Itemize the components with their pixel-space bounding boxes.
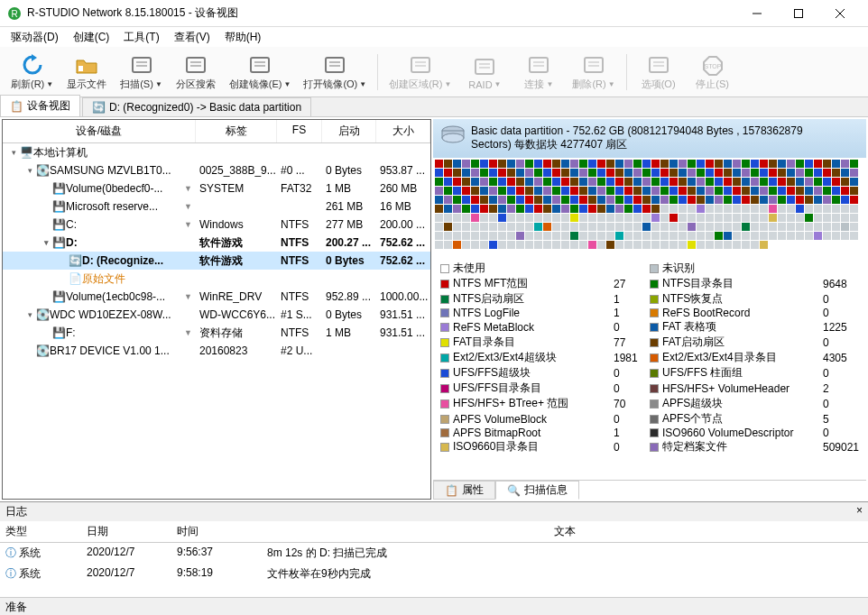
map-cell[interactable] bbox=[480, 241, 488, 249]
map-cell[interactable] bbox=[588, 169, 596, 177]
map-cell[interactable] bbox=[624, 169, 633, 177]
map-cell[interactable] bbox=[435, 178, 443, 186]
map-cell[interactable] bbox=[769, 178, 777, 186]
map-cell[interactable] bbox=[624, 214, 633, 222]
map-cell[interactable] bbox=[715, 178, 723, 186]
map-cell[interactable] bbox=[814, 187, 822, 195]
map-cell[interactable] bbox=[760, 169, 768, 177]
map-cell[interactable] bbox=[751, 214, 759, 222]
map-cell[interactable] bbox=[480, 187, 488, 195]
map-cell[interactable] bbox=[733, 178, 741, 186]
map-cell[interactable] bbox=[471, 223, 479, 231]
map-cell[interactable] bbox=[570, 196, 578, 204]
map-cell[interactable] bbox=[688, 232, 696, 240]
map-cell[interactable] bbox=[633, 205, 642, 213]
map-cell[interactable] bbox=[498, 223, 506, 231]
tree-row[interactable]: ▾🖥️本地计算机 bbox=[3, 143, 430, 161]
map-cell[interactable] bbox=[769, 160, 777, 168]
map-cell[interactable] bbox=[588, 214, 596, 222]
device-tree[interactable]: ▾🖥️本地计算机▾💽SAMSUNG MZVLB1T0...0025_388B_9… bbox=[3, 143, 430, 499]
map-cell[interactable] bbox=[507, 160, 515, 168]
map-cell[interactable] bbox=[444, 205, 452, 213]
doc-tab[interactable]: 🔄D: (Recognized0) -> Basic data partitio… bbox=[82, 97, 311, 116]
map-cell[interactable] bbox=[543, 187, 551, 195]
map-cell[interactable] bbox=[660, 205, 669, 213]
map-cell[interactable] bbox=[633, 241, 642, 249]
map-cell[interactable] bbox=[516, 214, 524, 222]
map-cell[interactable] bbox=[435, 160, 443, 168]
map-cell[interactable] bbox=[805, 196, 813, 204]
map-cell[interactable] bbox=[679, 214, 687, 222]
map-cell[interactable] bbox=[480, 205, 488, 213]
map-cell[interactable] bbox=[724, 187, 732, 195]
map-cell[interactable] bbox=[498, 241, 506, 249]
map-cell[interactable] bbox=[462, 214, 470, 222]
map-cell[interactable] bbox=[715, 187, 723, 195]
map-cell[interactable] bbox=[841, 223, 849, 231]
map-cell[interactable] bbox=[471, 187, 479, 195]
map-cell[interactable] bbox=[660, 160, 669, 168]
map-cell[interactable] bbox=[462, 205, 470, 213]
map-cell[interactable] bbox=[823, 187, 831, 195]
map-cell[interactable] bbox=[669, 232, 678, 240]
map-cell[interactable] bbox=[597, 187, 605, 195]
map-cell[interactable] bbox=[624, 241, 633, 249]
tree-row[interactable]: ▾💽WDC WD10EZEX-08W...WD-WCC6Y6...#1 S...… bbox=[3, 306, 430, 324]
map-cell[interactable] bbox=[733, 187, 741, 195]
map-cell[interactable] bbox=[480, 223, 488, 231]
map-cell[interactable] bbox=[660, 196, 669, 204]
map-cell[interactable] bbox=[480, 169, 488, 177]
map-cell[interactable] bbox=[480, 196, 488, 204]
map-cell[interactable] bbox=[778, 232, 786, 240]
map-cell[interactable] bbox=[453, 187, 461, 195]
map-cell[interactable] bbox=[769, 169, 777, 177]
map-cell[interactable] bbox=[615, 187, 623, 195]
map-cell[interactable] bbox=[688, 205, 696, 213]
map-cell[interactable] bbox=[733, 205, 741, 213]
map-cell[interactable] bbox=[615, 160, 623, 168]
map-cell[interactable] bbox=[471, 169, 479, 177]
map-cell[interactable] bbox=[633, 196, 642, 204]
map-cell[interactable] bbox=[543, 241, 551, 249]
map-cell[interactable] bbox=[570, 169, 578, 177]
map-cell[interactable] bbox=[534, 205, 542, 213]
map-cell[interactable] bbox=[588, 205, 596, 213]
map-cell[interactable] bbox=[787, 232, 795, 240]
map-cell[interactable] bbox=[688, 178, 696, 186]
map-cell[interactable] bbox=[778, 196, 786, 204]
map-cell[interactable] bbox=[615, 169, 623, 177]
map-cell[interactable] bbox=[615, 178, 623, 186]
col-fs[interactable]: FS bbox=[277, 120, 322, 142]
map-cell[interactable] bbox=[453, 232, 461, 240]
map-cell[interactable] bbox=[507, 196, 515, 204]
map-cell[interactable] bbox=[489, 205, 497, 213]
map-cell[interactable] bbox=[534, 223, 542, 231]
map-cell[interactable] bbox=[778, 214, 786, 222]
map-cell[interactable] bbox=[444, 178, 452, 186]
map-cell[interactable] bbox=[543, 223, 551, 231]
map-cell[interactable] bbox=[823, 205, 831, 213]
map-cell[interactable] bbox=[796, 178, 804, 186]
map-cell[interactable] bbox=[444, 187, 452, 195]
map-cell[interactable] bbox=[823, 223, 831, 231]
map-cell[interactable] bbox=[760, 187, 768, 195]
map-cell[interactable] bbox=[597, 178, 605, 186]
map-cell[interactable] bbox=[787, 223, 795, 231]
map-cell[interactable] bbox=[787, 160, 795, 168]
map-cell[interactable] bbox=[444, 223, 452, 231]
map-cell[interactable] bbox=[715, 214, 723, 222]
map-cell[interactable] bbox=[516, 196, 524, 204]
map-cell[interactable] bbox=[570, 205, 578, 213]
map-cell[interactable] bbox=[760, 223, 768, 231]
map-cell[interactable] bbox=[796, 160, 804, 168]
map-cell[interactable] bbox=[697, 214, 705, 222]
map-cell[interactable] bbox=[543, 214, 551, 222]
map-cell[interactable] bbox=[435, 214, 443, 222]
map-cell[interactable] bbox=[688, 160, 696, 168]
map-cell[interactable] bbox=[760, 196, 768, 204]
map-cell[interactable] bbox=[579, 169, 587, 177]
map-cell[interactable] bbox=[669, 196, 678, 204]
tree-row[interactable]: 📄原始文件 bbox=[3, 270, 430, 288]
map-cell[interactable] bbox=[724, 241, 732, 249]
map-cell[interactable] bbox=[688, 241, 696, 249]
